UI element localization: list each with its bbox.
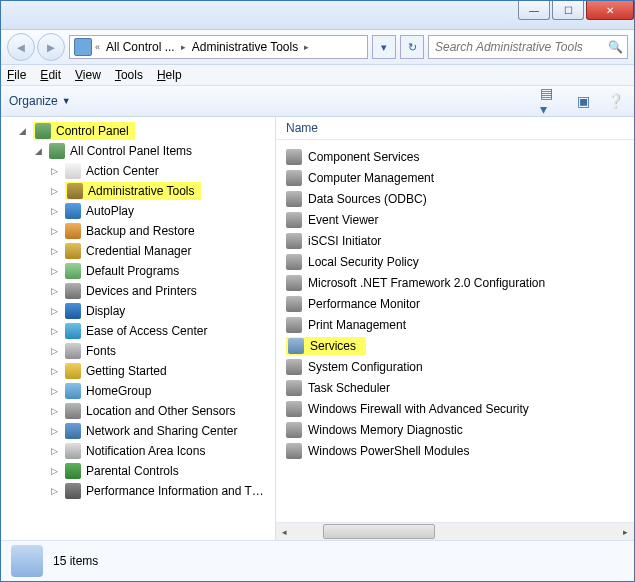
file-icon — [286, 401, 302, 417]
tree-item[interactable]: ▷HomeGroup — [3, 381, 275, 401]
expand-toggle-icon[interactable]: ▷ — [49, 286, 60, 296]
back-button[interactable]: ◄ — [7, 33, 35, 61]
expand-toggle-icon[interactable]: ▷ — [49, 266, 60, 276]
tree-item[interactable]: ▷Action Center — [3, 161, 275, 181]
forward-button[interactable]: ► — [37, 33, 65, 61]
breadcrumb-chevron-icon[interactable]: ▸ — [181, 42, 186, 52]
breadcrumb-chevron-icon[interactable]: « — [95, 42, 100, 52]
horizontal-scrollbar[interactable]: ◂ ▸ — [276, 522, 634, 540]
tree-item[interactable]: ◢All Control Panel Items — [3, 141, 275, 161]
expand-toggle-icon[interactable]: ▷ — [49, 346, 60, 356]
expand-toggle-icon[interactable]: ▷ — [49, 406, 60, 416]
tree-item[interactable]: ▷AutoPlay — [3, 201, 275, 221]
menu-view[interactable]: View — [75, 68, 101, 82]
tree-item-label: HomeGroup — [86, 384, 151, 398]
breadcrumb-segment[interactable]: Administrative Tools — [189, 40, 302, 54]
scroll-right-arrow-icon[interactable]: ▸ — [617, 524, 634, 539]
expand-toggle-icon[interactable]: ▷ — [49, 426, 60, 436]
tree-item[interactable]: ▷Network and Sharing Center — [3, 421, 275, 441]
tree-item[interactable]: ▷Administrative Tools — [3, 181, 275, 201]
tree-item-label: Default Programs — [86, 264, 179, 278]
tree-item[interactable]: ▷Parental Controls — [3, 461, 275, 481]
tree-item[interactable]: ▷Notification Area Icons — [3, 441, 275, 461]
tree-item[interactable]: ▷Default Programs — [3, 261, 275, 281]
minimize-button[interactable]: — — [518, 1, 550, 20]
navigation-tree[interactable]: ◢Control Panel◢All Control Panel Items▷A… — [1, 117, 276, 540]
list-item[interactable]: Event Viewer — [276, 209, 634, 230]
menu-tools[interactable]: Tools — [115, 68, 143, 82]
search-box[interactable]: 🔍 — [428, 35, 628, 59]
tree-item[interactable]: ▷Credential Manager — [3, 241, 275, 261]
list-item[interactable]: Windows Memory Diagnostic — [276, 419, 634, 440]
tree-item[interactable]: ▷Devices and Printers — [3, 281, 275, 301]
scroll-thumb[interactable] — [323, 524, 435, 539]
close-button[interactable]: ✕ — [586, 1, 634, 20]
tree-item[interactable]: ▷Performance Information and T… — [3, 481, 275, 501]
expand-toggle-icon[interactable]: ▷ — [49, 386, 60, 396]
search-input[interactable] — [433, 39, 604, 55]
tree-item-label: Network and Sharing Center — [86, 424, 237, 438]
expand-toggle-icon[interactable]: ▷ — [49, 186, 60, 196]
maximize-button[interactable]: ☐ — [552, 1, 584, 20]
list-item[interactable]: iSCSI Initiator — [276, 230, 634, 251]
expand-toggle-icon[interactable]: ◢ — [33, 146, 44, 156]
expand-toggle-icon[interactable]: ▷ — [49, 246, 60, 256]
tree-item-label: Performance Information and T… — [86, 484, 264, 498]
list-item[interactable]: Component Services — [276, 146, 634, 167]
help-button[interactable]: ❔ — [604, 92, 626, 110]
list-item[interactable]: Services — [276, 335, 634, 356]
expand-toggle-icon[interactable]: ▷ — [49, 206, 60, 216]
address-bar[interactable]: « All Control ... ▸ Administrative Tools… — [69, 35, 368, 59]
tree-item[interactable]: ▷Display — [3, 301, 275, 321]
menu-file[interactable]: File — [7, 68, 26, 82]
organize-button[interactable]: Organize ▼ — [9, 94, 71, 108]
tree-item-label: Action Center — [86, 164, 159, 178]
list-item[interactable]: Computer Management — [276, 167, 634, 188]
file-list[interactable]: Component ServicesComputer ManagementDat… — [276, 140, 634, 522]
tree-item-label: Parental Controls — [86, 464, 179, 478]
tree-item[interactable]: ▷Location and Other Sensors — [3, 401, 275, 421]
expand-toggle-icon[interactable]: ▷ — [49, 466, 60, 476]
list-item[interactable]: System Configuration — [276, 356, 634, 377]
file-icon — [286, 359, 302, 375]
list-item[interactable]: Microsoft .NET Framework 2.0 Configurati… — [276, 272, 634, 293]
expand-toggle-icon[interactable]: ▷ — [49, 486, 60, 496]
list-item[interactable]: Windows Firewall with Advanced Security — [276, 398, 634, 419]
list-item[interactable]: Print Management — [276, 314, 634, 335]
preview-pane-button[interactable]: ▣ — [572, 92, 594, 110]
list-item[interactable]: Task Scheduler — [276, 377, 634, 398]
menu-help[interactable]: Help — [157, 68, 182, 82]
tree-item[interactable]: ▷Getting Started — [3, 361, 275, 381]
column-header-name[interactable]: Name — [276, 117, 634, 140]
tree-item[interactable]: ▷Fonts — [3, 341, 275, 361]
titlebar[interactable]: — ☐ ✕ — [1, 1, 634, 30]
status-bar: 15 items — [1, 541, 634, 581]
breadcrumb-chevron-icon[interactable]: ▸ — [304, 42, 309, 52]
expand-toggle-icon[interactable]: ▷ — [49, 326, 60, 336]
expand-toggle-icon[interactable]: ▷ — [49, 306, 60, 316]
refresh-button[interactable]: ↻ — [400, 35, 424, 59]
expand-toggle-icon[interactable]: ▷ — [49, 226, 60, 236]
scroll-left-arrow-icon[interactable]: ◂ — [276, 524, 293, 539]
file-name: Data Sources (ODBC) — [308, 192, 427, 206]
list-item[interactable]: Performance Monitor — [276, 293, 634, 314]
file-list-pane: Name Component ServicesComputer Manageme… — [276, 117, 634, 540]
tree-item-label: Devices and Printers — [86, 284, 197, 298]
expand-toggle-icon[interactable]: ▷ — [49, 366, 60, 376]
tree-item[interactable]: ◢Control Panel — [3, 121, 275, 141]
list-item[interactable]: Local Security Policy — [276, 251, 634, 272]
list-item[interactable]: Windows PowerShell Modules — [276, 440, 634, 461]
tree-item[interactable]: ▷Backup and Restore — [3, 221, 275, 241]
menu-edit[interactable]: Edit — [40, 68, 61, 82]
expand-toggle-icon[interactable]: ◢ — [17, 126, 28, 136]
view-options-button[interactable]: ▤ ▾ — [540, 92, 562, 110]
address-history-button[interactable]: ▾ — [372, 35, 396, 59]
tree-item-icon — [65, 343, 81, 359]
tree-item[interactable]: ▷Ease of Access Center — [3, 321, 275, 341]
search-icon: 🔍 — [608, 40, 623, 54]
list-item[interactable]: Data Sources (ODBC) — [276, 188, 634, 209]
expand-toggle-icon[interactable]: ▷ — [49, 446, 60, 456]
tree-item-icon — [65, 243, 81, 259]
expand-toggle-icon[interactable]: ▷ — [49, 166, 60, 176]
breadcrumb-segment[interactable]: All Control ... — [103, 40, 178, 54]
